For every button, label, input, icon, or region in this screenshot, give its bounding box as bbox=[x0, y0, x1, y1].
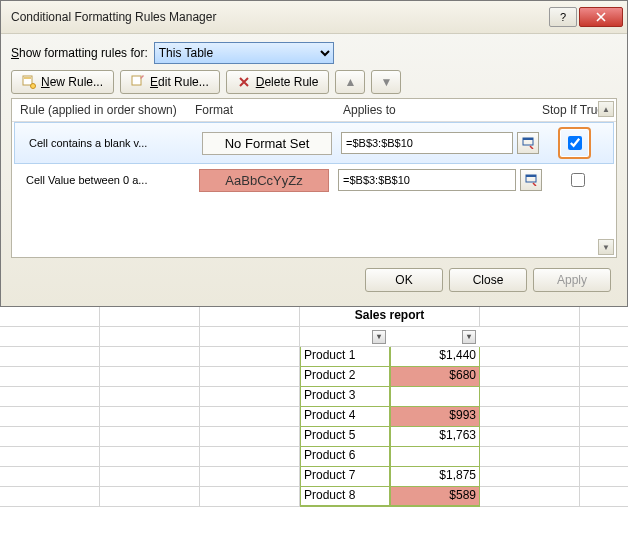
product-cell[interactable]: Product 2 bbox=[300, 367, 390, 387]
product-cell[interactable]: Product 6 bbox=[300, 447, 390, 467]
sheet-cell[interactable] bbox=[200, 487, 300, 507]
sheet-cell[interactable] bbox=[100, 307, 200, 327]
sheet-cell[interactable] bbox=[200, 447, 300, 467]
sheet-cell[interactable] bbox=[580, 407, 628, 427]
rule-stop bbox=[546, 170, 608, 190]
applies-to-input[interactable] bbox=[338, 169, 516, 191]
sales-cell[interactable]: $589 bbox=[390, 487, 480, 507]
product-cell[interactable]: Product 7 bbox=[300, 467, 390, 487]
sheet-cell[interactable] bbox=[200, 407, 300, 427]
sheet-cell[interactable] bbox=[200, 347, 300, 367]
rule-format: No Format Set bbox=[193, 132, 341, 155]
sales-cell[interactable]: $993 bbox=[390, 407, 480, 427]
sheet-cell[interactable] bbox=[100, 407, 200, 427]
sheet-cell[interactable] bbox=[200, 467, 300, 487]
product-cell[interactable]: Product 5 bbox=[300, 427, 390, 447]
product-cell[interactable]: Product 8 bbox=[300, 487, 390, 507]
sheet-cell[interactable] bbox=[580, 447, 628, 467]
spreadsheet[interactable]: Sales reportProduct▾Sales▾Product 1$1,44… bbox=[0, 307, 628, 507]
sales-cell[interactable]: $1,763 bbox=[390, 427, 480, 447]
sheet-cell[interactable] bbox=[480, 447, 580, 467]
sheet-cell[interactable] bbox=[480, 347, 580, 367]
rule-stop bbox=[543, 127, 605, 159]
move-down-button[interactable]: ▼ bbox=[371, 70, 401, 94]
sheet-cell[interactable] bbox=[100, 447, 200, 467]
sales-cell[interactable]: $1,440 bbox=[390, 347, 480, 367]
filter-dropdown-icon[interactable]: ▾ bbox=[372, 330, 386, 344]
sheet-cell[interactable] bbox=[480, 367, 580, 387]
sales-cell[interactable]: $1,875 bbox=[390, 467, 480, 487]
sheet-cell[interactable] bbox=[480, 487, 580, 507]
sales-report-title[interactable]: Sales report bbox=[300, 307, 480, 327]
sheet-cell[interactable] bbox=[580, 347, 628, 367]
rule-applies bbox=[338, 169, 546, 191]
ok-button[interactable]: OK bbox=[365, 268, 443, 292]
sheet-cell[interactable] bbox=[0, 387, 100, 407]
sheet-cell[interactable] bbox=[0, 347, 100, 367]
sheet-cell[interactable] bbox=[0, 467, 100, 487]
sheet-cell[interactable] bbox=[480, 307, 580, 327]
sheet-cell[interactable] bbox=[480, 407, 580, 427]
sheet-cell[interactable] bbox=[100, 487, 200, 507]
table-header-sales[interactable]: Sales▾ bbox=[390, 327, 480, 347]
sales-cell[interactable] bbox=[390, 447, 480, 467]
sheet-cell[interactable] bbox=[580, 487, 628, 507]
applies-to-input[interactable] bbox=[341, 132, 513, 154]
sheet-cell[interactable] bbox=[480, 427, 580, 447]
header-format: Format bbox=[195, 103, 343, 117]
filter-dropdown-icon[interactable]: ▾ bbox=[462, 330, 476, 344]
format-preview: AaBbCcYyZz bbox=[199, 169, 329, 192]
sheet-cell[interactable] bbox=[0, 407, 100, 427]
scroll-down-button[interactable]: ▼ bbox=[598, 239, 614, 255]
product-cell[interactable]: Product 4 bbox=[300, 407, 390, 427]
product-cell[interactable]: Product 1 bbox=[300, 347, 390, 367]
sheet-cell[interactable] bbox=[100, 427, 200, 447]
sheet-cell[interactable] bbox=[0, 307, 100, 327]
rule-row[interactable]: Cell contains a blank v...No Format Set bbox=[14, 122, 614, 164]
sheet-cell[interactable] bbox=[580, 467, 628, 487]
sheet-cell[interactable] bbox=[580, 327, 628, 347]
sheet-cell[interactable] bbox=[200, 327, 300, 347]
sheet-cell[interactable] bbox=[200, 387, 300, 407]
sales-cell[interactable]: $680 bbox=[390, 367, 480, 387]
sheet-cell[interactable] bbox=[100, 467, 200, 487]
close-window-button[interactable] bbox=[579, 7, 623, 27]
sheet-cell[interactable] bbox=[100, 327, 200, 347]
sheet-cell[interactable] bbox=[0, 367, 100, 387]
sheet-cell[interactable] bbox=[0, 327, 100, 347]
sheet-cell[interactable] bbox=[580, 367, 628, 387]
sheet-cell[interactable] bbox=[200, 367, 300, 387]
rule-row[interactable]: Cell Value between 0 a...AaBbCcYyZz bbox=[12, 164, 616, 196]
show-rules-for-select[interactable]: This Table bbox=[154, 42, 334, 64]
sales-cell[interactable] bbox=[390, 387, 480, 407]
sheet-cell[interactable] bbox=[0, 487, 100, 507]
range-select-button[interactable] bbox=[520, 169, 542, 191]
sheet-cell[interactable] bbox=[100, 367, 200, 387]
sheet-cell[interactable] bbox=[200, 307, 300, 327]
stop-if-true-checkbox[interactable] bbox=[571, 173, 585, 187]
stop-if-true-checkbox[interactable] bbox=[568, 136, 582, 150]
sheet-cell[interactable] bbox=[100, 387, 200, 407]
sheet-cell[interactable] bbox=[580, 387, 628, 407]
sheet-cell[interactable] bbox=[480, 467, 580, 487]
delete-rule-button[interactable]: Delete Rule bbox=[226, 70, 330, 94]
sheet-cell[interactable] bbox=[580, 427, 628, 447]
sheet-cell[interactable] bbox=[200, 427, 300, 447]
sheet-cell[interactable] bbox=[480, 387, 580, 407]
sheet-cell[interactable] bbox=[100, 347, 200, 367]
table-header-product[interactable]: Product▾ bbox=[300, 327, 390, 347]
apply-button[interactable]: Apply bbox=[533, 268, 611, 292]
new-rule-button[interactable]: New Rule... bbox=[11, 70, 114, 94]
product-cell[interactable]: Product 3 bbox=[300, 387, 390, 407]
header-applies: Applies to bbox=[343, 103, 538, 117]
move-up-button[interactable]: ▲ bbox=[335, 70, 365, 94]
sheet-cell[interactable] bbox=[580, 307, 628, 327]
sheet-cell[interactable] bbox=[0, 447, 100, 467]
sheet-cell[interactable] bbox=[480, 327, 580, 347]
range-select-button[interactable] bbox=[517, 132, 539, 154]
sheet-cell[interactable] bbox=[0, 427, 100, 447]
close-button[interactable]: Close bbox=[449, 268, 527, 292]
edit-rule-button[interactable]: Edit Rule... bbox=[120, 70, 220, 94]
help-button[interactable]: ? bbox=[549, 7, 577, 27]
scroll-up-button[interactable]: ▲ bbox=[598, 101, 614, 117]
